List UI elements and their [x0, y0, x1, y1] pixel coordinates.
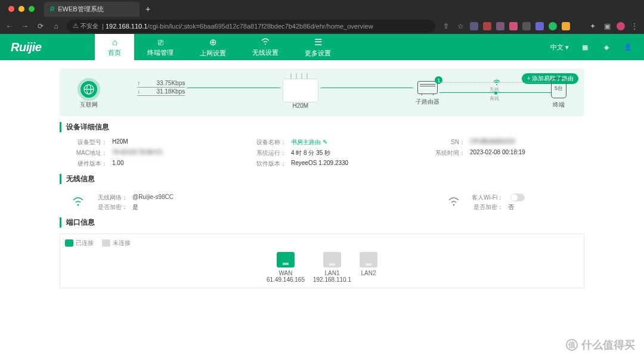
section-title: 无线信息	[60, 174, 584, 184]
home-button[interactable]: ⌂	[51, 22, 61, 30]
share-icon[interactable]: ⇧	[441, 22, 451, 30]
toolbar-icons: ⇧ ☆ ✦ ▣ ⋮	[441, 22, 639, 30]
hw-value: 1.00	[112, 160, 123, 168]
port-wan[interactable]: WAN 61.49.146.165	[267, 252, 305, 283]
tab-title: EWEB管理系统	[58, 5, 103, 14]
back-button[interactable]: ←	[5, 22, 14, 30]
ext-icon[interactable]	[470, 22, 478, 30]
device-name-value[interactable]: 书房主路由 ✎	[291, 138, 327, 147]
topology-link	[321, 88, 414, 88]
ssid-value: @Ruijie-s98CC	[132, 194, 174, 202]
language-switcher[interactable]: 中文 ▾	[550, 43, 569, 52]
port-section: 端口信息 已连接 未连接 WAN 61.49.146.165 LAN1 192.…	[60, 217, 584, 288]
star-icon[interactable]: ☆	[456, 22, 465, 30]
globe-icon: ⊕	[209, 37, 217, 48]
ext-icon[interactable]	[535, 22, 544, 30]
url-host: 192.168.110.1	[106, 23, 147, 30]
section-title: 端口信息	[60, 217, 584, 228]
port-disconnected-icon	[102, 239, 110, 247]
router-name: H20M	[292, 102, 308, 109]
window-controls[interactable]	[5, 6, 41, 12]
tab-more[interactable]: ☰ 更多设置	[292, 34, 344, 60]
router-icon	[283, 79, 318, 102]
guest-wifi-toggle[interactable]	[510, 194, 525, 201]
panel-icon[interactable]: ▣	[602, 22, 612, 30]
section-title: 设备详细信息	[60, 122, 584, 132]
port-icon	[277, 252, 295, 267]
tab-label: 终端管理	[147, 48, 174, 57]
tab-favicon-icon: R	[50, 6, 54, 13]
ext-icon[interactable]	[509, 22, 518, 30]
new-tab-button[interactable]: +	[145, 4, 150, 14]
wired-link-label: 有线	[490, 95, 499, 102]
download-speed: 31.18Kbps	[156, 88, 185, 95]
extensions-icon[interactable]: ✦	[588, 22, 597, 30]
browser-chrome: R EWEB管理系统 + ← → ⟳ ⌂ ⚠ 不安全 | 192.168.110…	[0, 0, 644, 34]
ext-icon[interactable]	[549, 22, 557, 30]
speed-indicator: ↑33.75Kbps ↓31.18Kbps	[137, 79, 185, 96]
maximize-window[interactable]	[29, 6, 35, 12]
internet-node[interactable]: 互联网	[78, 78, 100, 109]
svg-point-4	[496, 84, 497, 85]
tab-terminal-mgmt[interactable]: ⎚ 终端管理	[134, 34, 187, 60]
sub-router-icon	[417, 81, 438, 94]
time-label: 系统时间：	[429, 149, 465, 157]
wifi-guest: 客人Wi-Fi： 是否加密：否	[447, 194, 525, 211]
ext-icon[interactable]	[575, 22, 583, 30]
qr-icon[interactable]: ▦	[580, 42, 590, 52]
port-lan2[interactable]: LAN2	[360, 252, 377, 283]
topology-link	[187, 88, 280, 88]
svg-point-0	[265, 43, 266, 45]
model-value: H20M	[112, 138, 128, 147]
svg-point-6	[453, 204, 455, 206]
topology-panel: + 添加易联子路由 互联网 ↑33.75Kbps ↓31.18Kbps H20M…	[60, 69, 584, 116]
svg-point-5	[78, 204, 79, 206]
insecure-icon: ⚠	[73, 22, 79, 30]
user-icon[interactable]: 👤	[623, 42, 633, 52]
forward-button[interactable]: →	[20, 22, 30, 30]
wireless-section: 无线信息 无线网络：@Ruijie-s98CC 是否加密：是 客人Wi-Fi： …	[60, 174, 584, 211]
tab-label: 无线设置	[252, 48, 278, 57]
ext-icon[interactable]	[496, 22, 504, 30]
menu-icon[interactable]: ⋮	[630, 22, 639, 30]
router-node[interactable]: H20M	[283, 79, 318, 109]
tab-internet[interactable]: ⊕ 上网设置	[187, 34, 239, 60]
sw-value: ReyeeOS 1.209.2330	[291, 160, 348, 168]
wizard-icon[interactable]: ◈	[601, 42, 612, 52]
wifi-icon	[72, 197, 85, 208]
sub-router-node[interactable]: 1 子路由器	[416, 81, 439, 106]
uptime-label: 系统运行：	[250, 149, 286, 157]
tab-label: 上网设置	[200, 49, 226, 58]
browser-tab[interactable]: R EWEB管理系统	[44, 2, 140, 17]
arrow-up-icon: ↑	[137, 80, 140, 86]
reload-button[interactable]: ⟳	[36, 22, 45, 30]
ext-icon[interactable]	[483, 22, 491, 30]
profile-icon[interactable]	[617, 22, 625, 30]
terminal-node[interactable]: 5台 终端	[551, 78, 566, 109]
guest-encryption-value: 否	[508, 203, 514, 211]
watermark: 值 什么值得买	[566, 338, 635, 352]
globe-icon	[78, 78, 100, 101]
address-bar[interactable]: ⚠ 不安全 | 192.168.110.1 /cgi-bin/luci/;sto…	[67, 20, 435, 33]
hw-label: 硬件版本：	[72, 160, 107, 168]
url-path: /cgi-bin/luci/;stok=6baa695d12c78a817f28…	[147, 23, 373, 30]
ext-icon[interactable]	[562, 22, 570, 30]
close-window[interactable]	[8, 6, 14, 12]
ext-icon[interactable]	[522, 22, 531, 30]
tab-home[interactable]: ⌂ 首页	[95, 34, 134, 60]
wifi-icon	[447, 197, 460, 208]
sub-router-label: 子路由器	[416, 98, 439, 106]
device-details-section: 设备详细信息 设备型号：H20M 设备名称：书房主路由 ✎ SN：CPUBGA0…	[60, 122, 584, 168]
devices-icon: ⎚	[158, 37, 163, 47]
minimize-window[interactable]	[18, 6, 24, 12]
terminal-icon: 5台	[551, 78, 566, 98]
port-lan1[interactable]: LAN1 192.168.110.1	[313, 252, 351, 283]
port-icon	[323, 252, 341, 267]
wifi-main: 无线网络：@Ruijie-s98CC 是否加密：是	[72, 194, 174, 211]
uptime-value: 4 时 8 分 35 秒	[291, 149, 330, 157]
mac-label: MAC地址：	[72, 149, 107, 157]
port-icon	[360, 252, 377, 267]
arrow-down-icon: ↓	[137, 88, 140, 95]
upload-speed: 33.75Kbps	[156, 80, 185, 86]
tab-wireless[interactable]: 无线设置	[239, 34, 292, 60]
